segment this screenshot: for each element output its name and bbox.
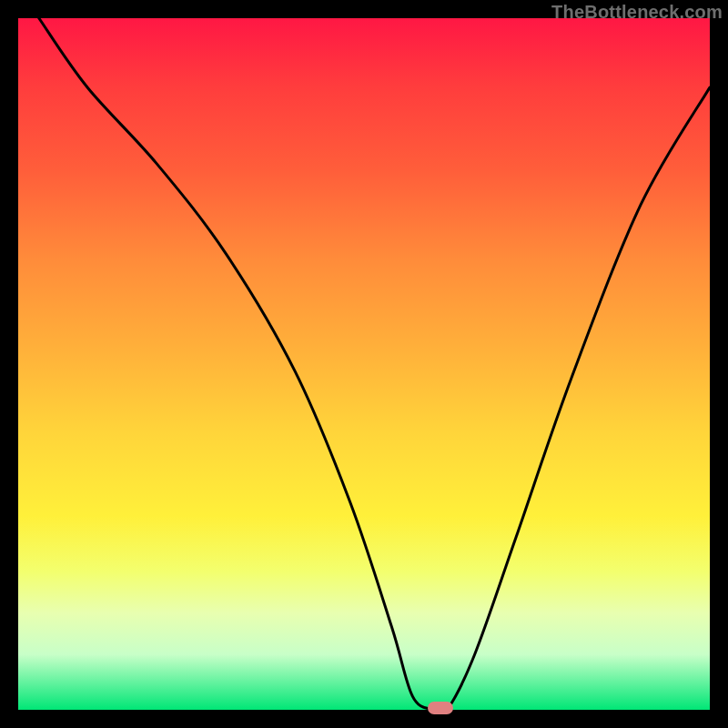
- plot-area: [18, 18, 710, 710]
- chart-container: TheBottleneck.com: [0, 0, 728, 728]
- optimum-marker: [428, 702, 453, 714]
